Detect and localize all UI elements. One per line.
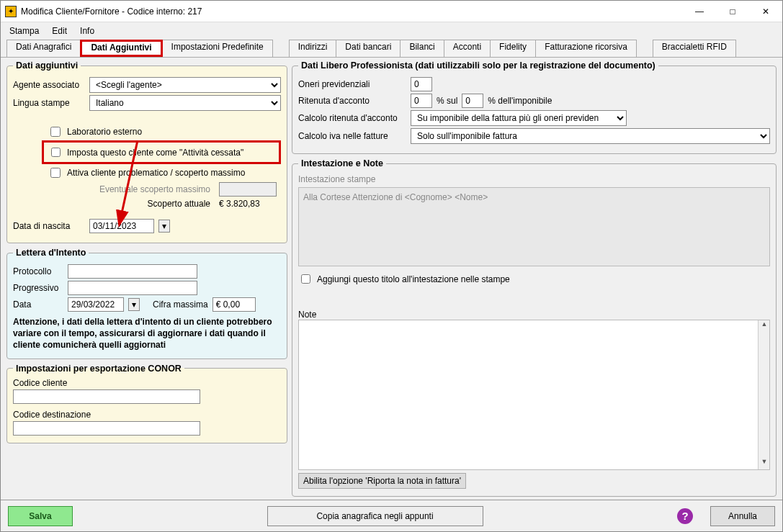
tab-anagrafici[interactable]: Dati Anagrafici (6, 40, 81, 57)
group-intestazione-note: Intestazione e Note Intestazione stampe … (292, 158, 777, 497)
minimize-button[interactable]: — (683, 1, 716, 22)
tab-impostazioni[interactable]: Impostazioni Predefinite (162, 40, 273, 57)
tab-fatturazione[interactable]: Fatturazione ricorsiva (535, 40, 637, 57)
close-button[interactable]: ✕ (749, 1, 782, 22)
titlebar: ✦ Modifica Cliente/Fornitore - Codice in… (1, 1, 782, 22)
label-ritenuta: Ritenuta d'acconto (298, 96, 406, 106)
maximize-button[interactable]: □ (716, 1, 749, 22)
label-eventuale-scoperto: Eventuale scoperto massimo (99, 184, 210, 194)
intestazione-placeholder: Alla Cortese Attenzione di <Cognome> <No… (303, 192, 488, 202)
label-codice-destinazione: Codice destinazione (13, 410, 281, 420)
value-scoperto-attuale: € 3.820,83 (219, 199, 277, 209)
group-libero-professionista: Dati Libero Professionista (dati utilizz… (292, 60, 777, 154)
label-cliente-problematico: Attiva cliente problematico / scoperto m… (67, 168, 245, 178)
menu-edit[interactable]: Edit (52, 26, 67, 36)
window-title: Modifica Cliente/Fornitore - Codice inte… (21, 6, 683, 17)
datepicker-toggle-icon[interactable]: ▾ (158, 220, 170, 233)
datepicker-toggle-icon[interactable]: ▾ (128, 298, 140, 311)
label-data-nascita: Data di nascita (13, 221, 85, 231)
select-agente[interactable]: <Scegli l'agente> (89, 77, 281, 93)
select-calc-ritenuta[interactable]: Su imponibile della fattura più gli oner… (411, 110, 627, 126)
tab-indirizzi[interactable]: Indirizzi (289, 40, 337, 57)
menu-stampa[interactable]: Stampa (9, 26, 39, 36)
check-lab-esterno[interactable] (50, 127, 61, 137)
label-protocollo: Protocollo (13, 266, 63, 276)
intestazione-stampe-box[interactable]: Alla Cortese Attenzione di <Cognome> <No… (298, 187, 770, 266)
input-protocollo[interactable] (68, 264, 197, 279)
input-codice-cliente[interactable] (13, 389, 200, 404)
label-progressivo: Progressivo (13, 283, 63, 293)
select-calc-iva[interactable]: Solo sull'imponibile fattura (411, 128, 770, 144)
input-cifra-massima[interactable] (212, 297, 256, 312)
help-icon[interactable]: ? (677, 508, 693, 524)
input-lettera-data[interactable] (68, 297, 124, 312)
input-eventuale-scoperto (219, 182, 277, 197)
check-attivita-cessata[interactable] (51, 148, 61, 157)
save-button[interactable]: Salva (8, 506, 73, 526)
scroll-down-icon[interactable]: ▼ (759, 458, 770, 469)
menubar: Stampa Edit Info (1, 22, 782, 40)
tab-aggiuntivi[interactable]: Dati Aggiuntivi (80, 40, 162, 57)
tab-acconti[interactable]: Acconti (444, 40, 491, 57)
tab-bancari[interactable]: Dati bancari (336, 40, 401, 57)
label-agente: Agente associato (13, 80, 85, 90)
label-note: Note (298, 310, 770, 320)
input-data-nascita[interactable] (89, 219, 154, 233)
select-lingua[interactable]: Italiano (89, 95, 281, 111)
label-calc-iva: Calcolo iva nelle fatture (298, 131, 406, 141)
legend-intestazione: Intestazione e Note (298, 158, 386, 168)
lettera-warning: Attenzione, i dati della lettera d'inten… (13, 316, 281, 351)
cancel-button[interactable]: Annulla (710, 506, 775, 526)
label-calc-ritenuta: Calcolo ritenuta d'acconto (298, 113, 406, 123)
button-abilita-riporta-nota[interactable]: Abilita l'opzione 'Riporta la nota in fa… (298, 473, 466, 489)
tab-bar: Dati Anagrafici Dati Aggiuntivi Impostaz… (1, 40, 782, 58)
label-cifra-massima: Cifra massima (153, 299, 208, 310)
label-sul: % sul (437, 96, 457, 106)
legend-libero: Dati Libero Professionista (dati utilizz… (298, 60, 658, 71)
label-imponibile: % dell'imponibile (488, 96, 552, 106)
footer: Salva Copia anagrafica negli appunti ? A… (1, 500, 782, 531)
tab-bilanci[interactable]: Bilanci (400, 40, 444, 57)
check-aggiungi-titolo[interactable] (301, 274, 310, 284)
menu-info[interactable]: Info (80, 26, 94, 36)
label-scoperto-attuale: Scoperto attuale (148, 199, 210, 209)
label-lettera-data: Data (13, 299, 63, 310)
scroll-up-icon[interactable]: ▲ (759, 320, 770, 332)
input-codice-destinazione[interactable] (13, 421, 200, 436)
group-conor: Impostazioni per esportazione CONOR Codi… (6, 364, 287, 443)
note-scrollbar[interactable]: ▲ ▼ (758, 320, 769, 469)
group-dati-aggiuntivi: Dati aggiuntivi Agente associato <Scegli… (6, 60, 287, 243)
legend-lettera: Lettera d'Intento (13, 248, 89, 258)
legend-dati-aggiuntivi: Dati aggiuntivi (13, 60, 81, 71)
label-codice-cliente: Codice cliente (13, 378, 281, 388)
copy-anagrafica-button[interactable]: Copia anagrafica negli appunti (267, 506, 483, 526)
label-lab-esterno: Laboratorio esterno (67, 127, 142, 137)
label-oneri: Oneri previdenziali (298, 79, 406, 89)
input-progressivo[interactable] (68, 281, 197, 295)
input-sul[interactable] (462, 94, 483, 108)
tab-fidelity[interactable]: Fidelity (490, 40, 536, 57)
highlight-attivita-cessata: Imposta questo cliente come "Attività ce… (42, 140, 281, 164)
group-lettera-intento: Lettera d'Intento Protocollo Progressivo… (6, 248, 287, 359)
check-cliente-problematico[interactable] (50, 168, 61, 178)
label-lingua: Lingua stampe (13, 98, 85, 108)
legend-conor: Impostazioni per esportazione CONOR (13, 364, 184, 374)
label-attivita-cessata: Imposta questo cliente come "Attività ce… (67, 148, 243, 158)
tab-rfid[interactable]: Braccialetti RFID (653, 40, 736, 57)
label-intestazione-stampe: Intestazione stampe (298, 174, 770, 184)
input-oneri[interactable] (411, 77, 432, 91)
textarea-note[interactable]: ▲ ▼ (298, 320, 770, 470)
label-aggiungi-titolo: Aggiungi questo titolo all'intestazione … (317, 274, 510, 284)
input-ritenuta[interactable] (411, 94, 432, 108)
app-icon: ✦ (5, 6, 17, 17)
